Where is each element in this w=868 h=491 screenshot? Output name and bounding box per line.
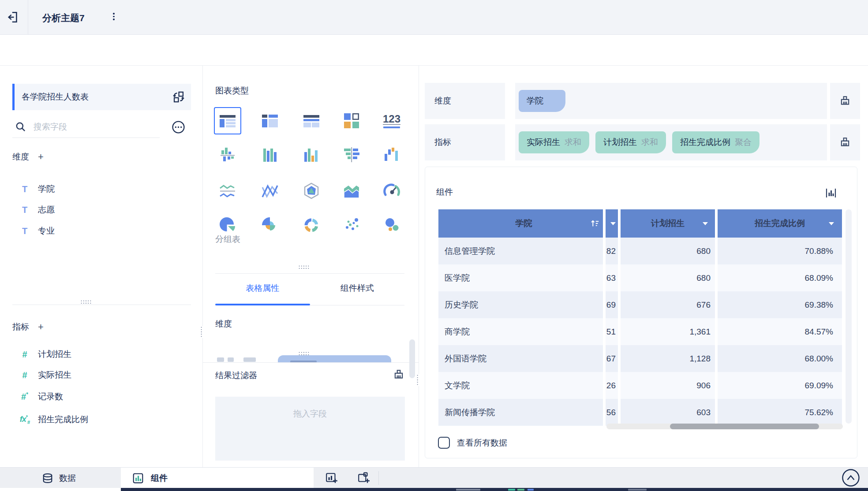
add-dimension-button[interactable]: + <box>38 152 44 162</box>
chart-type-bubble-icon[interactable] <box>380 214 403 237</box>
component-title: 组件 <box>436 186 453 198</box>
tab-component-active[interactable]: 组件 <box>121 468 314 488</box>
filter-drop-zone[interactable]: 拖入字段 <box>215 397 405 461</box>
tab-widget-style[interactable]: 组件样式 <box>310 283 405 298</box>
dimension-field-major[interactable]: T 专业 <box>19 224 55 238</box>
active-tab-indicator <box>215 304 310 305</box>
sort-asc-icon[interactable] <box>591 219 599 228</box>
column-header-ratio[interactable]: 招生完成比例 <box>718 209 842 238</box>
page-title: 分析主题7 <box>42 12 85 24</box>
measure-shelf-dropzone[interactable]: 实际招生 求和 计划招生 求和 招生完成比例 聚合 <box>515 124 827 160</box>
column-header-actual-clipped[interactable] <box>606 209 618 238</box>
measure-field-ratio[interactable]: fx*# 招生完成比例 <box>19 413 88 426</box>
add-component-icon[interactable] <box>325 472 338 485</box>
column-dropdown-icon[interactable] <box>703 222 708 225</box>
checkbox[interactable] <box>438 437 450 449</box>
column-header-college[interactable]: 学院 <box>438 209 603 238</box>
dimension-field-choice[interactable]: T 志愿 <box>19 203 55 216</box>
column-dropdown-icon[interactable] <box>829 222 834 225</box>
add-dashboard-icon[interactable] <box>357 472 370 485</box>
chart-type-card-blocks-icon[interactable] <box>340 109 363 132</box>
chart-type-column-icon[interactable] <box>258 144 281 167</box>
panel-scrollbar[interactable] <box>409 339 415 378</box>
footer-divider <box>378 471 379 485</box>
search-icon <box>15 121 26 133</box>
section-divider <box>12 305 191 305</box>
clipped-dimension-pill[interactable] <box>278 355 391 363</box>
component-card: 组件 学院 <box>425 167 857 458</box>
table-header-row: 学院 计划招生 <box>438 209 845 238</box>
column-dropdown-icon[interactable] <box>610 222 616 225</box>
chart-type-title: 图表类型 <box>215 85 249 97</box>
chart-type-cross-table-icon[interactable] <box>258 109 281 132</box>
chart-type-multi-column-icon[interactable] <box>300 144 323 167</box>
chart-type-scatter-icon[interactable] <box>340 214 363 237</box>
resize-handle[interactable] <box>80 300 92 304</box>
scrollbar-thumb[interactable] <box>670 424 819 429</box>
formula-field-icon: fx*# <box>19 414 30 425</box>
chart-type-rose-icon[interactable] <box>258 214 281 237</box>
collapse-chevron-icon[interactable] <box>842 469 860 487</box>
switch-chart-icon[interactable] <box>825 187 837 199</box>
chart-type-line-icon[interactable] <box>258 180 281 203</box>
measure-field-planned[interactable]: # 计划招生 <box>19 348 71 361</box>
chart-type-updown-hbar-icon[interactable] <box>340 144 363 167</box>
chart-type-grouped-table-icon[interactable] <box>216 109 239 132</box>
dataset-name: 各学院招生人数表 <box>22 91 89 103</box>
pill-college[interactable]: 学院 <box>519 90 565 112</box>
more-menu-icon[interactable] <box>110 13 117 22</box>
canvas-panel: 维度 学院 指标 实际招生 求和 计划招生 求和 <box>419 66 868 467</box>
chart-type-kpi-icon[interactable]: 123 <box>380 109 403 132</box>
pill-ratio-agg[interactable]: 招生完成比例 聚合 <box>672 131 760 153</box>
add-measure-button[interactable]: + <box>38 322 44 332</box>
tab-table-properties[interactable]: 表格属性 <box>215 283 310 298</box>
measure-section-header: 指标 + <box>12 321 44 333</box>
chart-type-area-icon[interactable] <box>340 180 363 203</box>
chart-config-panel: 图表类型 123 <box>203 66 419 467</box>
text-field-icon: T <box>19 184 30 194</box>
dimension-section-header: 维度 + <box>12 151 44 163</box>
table-row: 医学院 63 680 68.09% <box>438 264 845 291</box>
measure-shelf: 指标 实际招生 求和 计划招生 求和 招生完成比例 聚合 <box>425 124 860 160</box>
pill-planned-sum[interactable]: 计划招生 求和 <box>595 131 666 153</box>
text-field-icon: T <box>19 226 30 236</box>
measure-shelf-clear[interactable] <box>830 124 860 160</box>
section-drag-handle[interactable] <box>298 265 310 269</box>
column-header-planned[interactable]: 计划招生 <box>621 209 715 238</box>
record-count-icon: #* <box>19 391 30 402</box>
table-vertical-scrollbar[interactable] <box>846 209 852 424</box>
switch-table-icon[interactable] <box>172 91 185 103</box>
database-icon <box>42 472 53 484</box>
chart-type-gauge-icon[interactable] <box>380 180 403 203</box>
props-dimension-header: 维度 <box>215 318 232 330</box>
chart-type-updown-bar-icon[interactable] <box>216 144 239 167</box>
drop-placeholder: 拖入字段 <box>293 409 327 418</box>
search-input[interactable] <box>33 122 138 132</box>
back-exit-icon[interactable] <box>7 11 20 24</box>
field-options-icon[interactable] <box>172 120 185 134</box>
accent-bar <box>12 84 15 110</box>
measure-field-recordcount[interactable]: #* 记录数 <box>19 390 63 403</box>
dataset-selector[interactable]: 各学院招生人数表 <box>12 84 191 110</box>
number-field-icon: # <box>19 350 30 360</box>
field-list-panel: 各学院招生人数表 <box>0 66 203 467</box>
dimension-field-college[interactable]: T 学院 <box>19 182 55 196</box>
pill-actual-sum[interactable]: 实际招生 求和 <box>519 131 589 153</box>
tab-data[interactable]: 数据 <box>42 468 76 488</box>
dimension-shelf-clear[interactable] <box>830 83 860 119</box>
chart-type-donut-icon[interactable] <box>300 214 323 237</box>
dimension-shelf-dropzone[interactable]: 学院 <box>515 83 827 119</box>
table-row: 新闻传播学院 56 603 75.62% <box>438 399 845 426</box>
chart-type-waterfall-icon[interactable] <box>380 144 403 167</box>
data-tab-label: 数据 <box>59 472 76 484</box>
chart-type-updown-line-icon[interactable] <box>216 180 239 203</box>
tab-underline <box>215 305 404 305</box>
measure-field-actual[interactable]: # 实际招生 <box>19 368 71 382</box>
view-all-data-toggle[interactable]: 查看所有数据 <box>438 437 507 449</box>
table-horizontal-scrollbar[interactable] <box>606 424 843 429</box>
background-window-strip <box>121 488 868 491</box>
chart-type-detail-table-icon[interactable] <box>300 109 323 132</box>
chart-type-radar-icon[interactable] <box>300 180 323 203</box>
table-row: 历史学院 69 676 69.38% <box>438 291 845 318</box>
clear-filter-icon[interactable] <box>393 369 404 380</box>
